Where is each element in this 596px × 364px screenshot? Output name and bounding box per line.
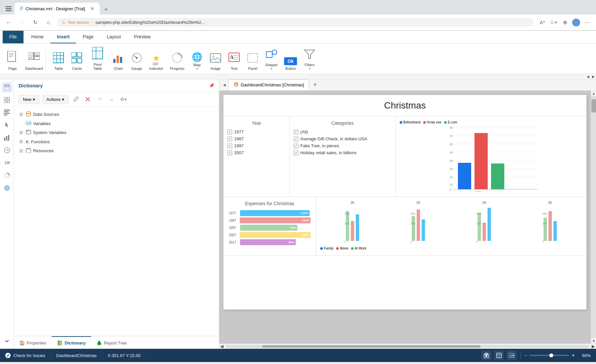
icon-bar-cursor[interactable]	[2, 120, 12, 130]
system-variables-expander[interactable]	[19, 130, 24, 135]
sidebar-toggle[interactable]	[3, 3, 15, 15]
scrollbar-track[interactable]	[591, 96, 596, 338]
ribbon-item-text[interactable]: A Text	[225, 51, 243, 72]
scroll-h-right-arrow[interactable]: ▶	[591, 344, 596, 349]
tree-item-variables[interactable]: VAR Variables	[14, 119, 219, 128]
icon-bar-chart[interactable]	[2, 132, 12, 143]
canvas-bottom-scrollbar[interactable]: ◀ ▶	[219, 343, 596, 349]
settings-button[interactable]: ⋯	[583, 18, 592, 27]
account-button[interactable]	[571, 18, 581, 27]
tab-properties[interactable]: 🏠 Properties	[14, 336, 52, 349]
collections-button[interactable]: ⊕	[560, 18, 570, 27]
zoom-control[interactable]	[529, 355, 569, 356]
actions-button[interactable]: Actions ▾	[42, 95, 69, 104]
year-1977-checkbox[interactable]: ✓	[227, 130, 232, 134]
scrollbar-thumb[interactable]	[591, 99, 596, 113]
active-tab[interactable]: // Christmas.mrt - Designer [Trial] ✕	[15, 3, 100, 15]
zoom-thumb[interactable]	[549, 353, 553, 357]
favorites-button[interactable]: ☆+	[549, 18, 558, 27]
tree-item-system-variables[interactable]: System Variables	[14, 128, 219, 137]
reload-button[interactable]: ↻	[30, 18, 40, 27]
scroll-h-thumb[interactable]	[262, 345, 480, 348]
delete-icon-btn[interactable]	[83, 95, 92, 104]
icon-bar-edit[interactable]	[2, 107, 12, 118]
cat-retail-sales[interactable]: ✓ Holiday retail sales, in billions	[294, 149, 391, 156]
cat-all-checkbox[interactable]: ✓	[294, 130, 298, 134]
tab-close-button[interactable]: ✕	[90, 6, 94, 11]
scroll-left-arrow[interactable]: ◀	[585, 74, 591, 79]
new-button[interactable]: New ▾	[19, 95, 39, 104]
icon-bar-calendar[interactable]	[2, 82, 12, 93]
ribbon-item-progress[interactable]: Progress	[167, 51, 187, 72]
check-issues-btn[interactable]: Check for Issues	[0, 353, 51, 358]
ribbon-item-panel[interactable]: Panel	[244, 51, 261, 72]
home-button[interactable]: ⌂	[44, 18, 53, 27]
canvas-right-scrollbar[interactable]: ▲ ▼	[591, 91, 596, 343]
ribbon-item-dashboard[interactable]: Dashboard	[23, 51, 46, 72]
pin-icon[interactable]: 📌	[209, 83, 214, 88]
settings-dropdown-btn[interactable]: ▾	[119, 95, 128, 104]
year-2007-checkbox[interactable]: ✓	[227, 151, 232, 155]
cat-retail-sales-checkbox[interactable]: ✓	[294, 151, 298, 155]
tree-item-resources[interactable]: Resources	[14, 146, 219, 156]
icon-bar-expand[interactable]	[2, 336, 12, 346]
edit-icon-btn[interactable]	[71, 95, 80, 104]
year-filter-item-1987[interactable]: ✓ 1987	[227, 135, 285, 142]
status-icon-2[interactable]	[494, 350, 504, 360]
back-button[interactable]: ←	[4, 18, 13, 27]
resources-expander[interactable]	[19, 148, 24, 154]
tab-file[interactable]: File	[3, 31, 24, 43]
canvas-viewport[interactable]: Christmas Year ✓ 1977	[219, 91, 591, 343]
scrollbar-up-arrow[interactable]: ▲	[591, 91, 596, 96]
move-down-icon-btn[interactable]	[107, 95, 116, 104]
read-mode-button[interactable]: Aᴬ	[538, 18, 547, 27]
zoom-minus-btn[interactable]: -	[525, 352, 526, 358]
move-up-icon-btn[interactable]	[95, 95, 104, 104]
cat-gift-check[interactable]: ✓ Average Gift Check, in dollars USA	[294, 135, 391, 142]
cat-fake-tree[interactable]: ✓ Fake Tree, in pieces	[294, 142, 391, 149]
scroll-h-left-arrow[interactable]: ◀	[219, 344, 224, 349]
ribbon-item-chart[interactable]: Chart	[110, 51, 127, 72]
forward-button[interactable]: →	[17, 18, 26, 27]
canvas-scroll-left[interactable]: ◀	[222, 80, 227, 90]
icon-bar-clock[interactable]	[2, 145, 12, 156]
year-filter-item-2007[interactable]: ✓ 2007	[227, 149, 285, 156]
ribbon-item-indicator[interactable]: ★ 100 Indicator	[147, 52, 166, 72]
ribbon-item-image[interactable]: Image	[207, 51, 224, 72]
functions-expander[interactable]	[19, 139, 24, 144]
cat-all[interactable]: ✓ (All)	[294, 128, 391, 135]
ribbon-item-map[interactable]: 🌐 Map ▾	[188, 51, 206, 72]
tab-report-tree[interactable]: 🌲 Report Tree	[91, 336, 132, 349]
tab-insert[interactable]: Insert	[50, 31, 76, 43]
ribbon-item-page[interactable]: Page	[4, 50, 21, 72]
icon-bar-number[interactable]: 100	[2, 158, 12, 168]
tree-item-functions[interactable]: fx Functions	[14, 137, 219, 146]
new-tab-button[interactable]: +	[101, 5, 111, 15]
year-1987-checkbox[interactable]: ✓	[227, 137, 232, 141]
icon-bar-progress-ring[interactable]	[2, 170, 12, 181]
ribbon-item-button[interactable]: Ok Button	[281, 56, 300, 72]
icon-bar-globe[interactable]	[2, 183, 12, 193]
data-sources-expander[interactable]	[19, 112, 24, 117]
zoom-plus-btn[interactable]: +	[572, 352, 575, 358]
tab-dictionary[interactable]: 📗 Dictionary	[52, 336, 91, 349]
scrollbar-down-arrow[interactable]: ▼	[591, 338, 596, 343]
canvas-main-tab[interactable]: D DashboardChristmas [Christmas]	[228, 79, 309, 90]
ribbon-item-table[interactable]: Table	[50, 51, 67, 72]
tab-preview[interactable]: Preview	[127, 31, 157, 43]
year-filter-item-1997[interactable]: ✓ 1997	[227, 142, 285, 149]
ribbon-item-cards[interactable]: Cards	[69, 51, 86, 72]
tab-page[interactable]: Page	[76, 31, 100, 43]
scroll-right-arrow[interactable]: ▶	[591, 74, 596, 79]
cat-gift-check-checkbox[interactable]: ✓	[294, 137, 298, 141]
ribbon-item-shapes[interactable]: Shapes ▾	[263, 48, 280, 72]
canvas-add-tab[interactable]: +	[310, 80, 320, 90]
cat-fake-tree-checkbox[interactable]: ✓	[294, 144, 298, 148]
ribbon-item-filters[interactable]: Filters ▾	[301, 47, 318, 72]
ribbon-item-pivot[interactable]: Pivot Table	[87, 46, 108, 72]
scroll-arrows[interactable]: ◀ ▶	[585, 74, 596, 79]
tree-item-data-sources[interactable]: Data Sources	[14, 110, 219, 119]
tab-layout[interactable]: Layout	[100, 31, 127, 43]
tab-home[interactable]: Home	[25, 31, 50, 43]
icon-bar-grid[interactable]	[2, 95, 12, 105]
